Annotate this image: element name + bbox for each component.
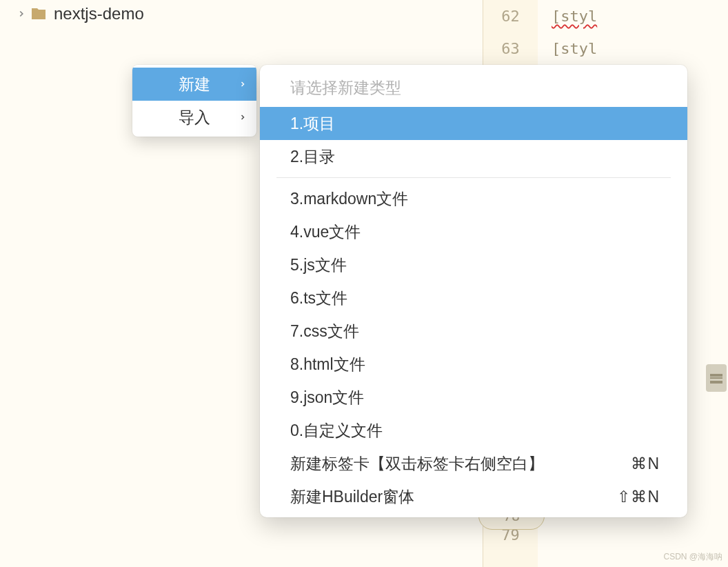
submenu-item-label: 9.json文件: [290, 387, 364, 408]
submenu-item-label: 7.css文件: [290, 321, 359, 342]
code-text: [styl: [552, 8, 597, 25]
chevron-right-icon: [239, 113, 247, 121]
tree-item-label: nextjs-demo: [54, 4, 144, 23]
submenu-item-label: 6.ts文件: [290, 288, 347, 309]
submenu-item-label: 新建HBuilder窗体: [290, 486, 414, 508]
submenu-item-css[interactable]: 7.css文件: [260, 315, 687, 348]
folder-icon: [30, 6, 47, 22]
keyboard-shortcut: ⇧⌘N: [617, 488, 660, 506]
code-text: [styl: [552, 40, 597, 57]
context-menu: 新建 导入: [132, 65, 256, 137]
line-number: 63: [483, 32, 538, 65]
submenu-item-vue[interactable]: 4.vue文件: [260, 215, 687, 248]
submenu-item-label: 1.项目: [290, 113, 335, 135]
tree-item-nextjs-demo[interactable]: nextjs-demo: [0, 0, 483, 28]
menu-item-label: 新建: [179, 74, 210, 95]
new-submenu: 请选择新建类型 1.项目 2.目录 3.markdown文件 4.vue文件 5…: [260, 65, 687, 517]
submenu-item-ts[interactable]: 6.ts文件: [260, 281, 687, 315]
submenu-item-new-window[interactable]: 新建HBuilder窗体 ⇧⌘N: [260, 480, 687, 513]
chevron-right-icon: [239, 80, 247, 88]
submenu-item-project[interactable]: 1.项目: [260, 107, 687, 140]
submenu-item-json[interactable]: 9.json文件: [260, 381, 687, 414]
submenu-item-label: 新建标签卡【双击标签卡右侧空白】: [290, 453, 544, 475]
submenu-item-label: 4.vue文件: [290, 221, 361, 243]
submenu-item-new-tab[interactable]: 新建标签卡【双击标签卡右侧空白】 ⌘N: [260, 447, 687, 480]
submenu-item-label: 3.markdown文件: [290, 188, 408, 210]
keyboard-shortcut: ⌘N: [631, 455, 660, 473]
menu-item-import[interactable]: 导入: [132, 101, 256, 134]
submenu-item-label: 2.目录: [290, 146, 335, 168]
menu-item-label: 导入: [179, 107, 210, 128]
submenu-item-label: 5.js文件: [290, 255, 347, 276]
line-number: 62: [483, 0, 538, 32]
submenu-divider: [276, 177, 671, 178]
submenu-item-directory[interactable]: 2.目录: [260, 140, 687, 173]
submenu-item-html[interactable]: 8.html文件: [260, 348, 687, 381]
submenu-item-label: 0.自定义文件: [290, 420, 383, 441]
submenu-item-js[interactable]: 5.js文件: [260, 248, 687, 281]
submenu-item-markdown[interactable]: 3.markdown文件: [260, 182, 687, 215]
submenu-item-label: 8.html文件: [290, 354, 365, 375]
submenu-item-custom[interactable]: 0.自定义文件: [260, 414, 687, 447]
scrollbar-thumb[interactable]: [706, 364, 727, 392]
submenu-header: 请选择新建类型: [260, 69, 687, 107]
watermark: CSDN @海海呐: [663, 551, 722, 563]
chevron-right-icon: [17, 9, 30, 19]
menu-item-new[interactable]: 新建: [132, 68, 256, 101]
